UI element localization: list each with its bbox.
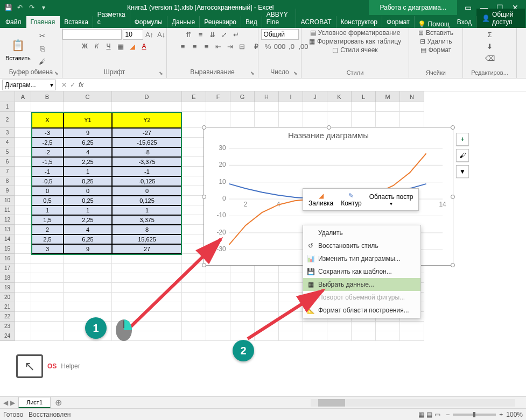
cell[interactable]: [112, 293, 182, 302]
tab-design[interactable]: Конструктор: [336, 16, 382, 28]
row-header[interactable]: 16: [0, 254, 15, 264]
cell[interactable]: [206, 112, 230, 128]
format-as-table[interactable]: ▦Форматировать как таблицу: [309, 38, 401, 45]
merge-icon[interactable]: ⊟: [237, 41, 248, 52]
cell[interactable]: 4: [64, 147, 112, 157]
zoom-out-icon[interactable]: −: [446, 411, 450, 418]
cell[interactable]: 1,5: [31, 215, 64, 225]
cell[interactable]: -0,125: [112, 176, 182, 186]
cell[interactable]: [206, 283, 230, 293]
tab-view[interactable]: Вид: [241, 16, 262, 28]
cell[interactable]: [255, 312, 279, 322]
cell[interactable]: [15, 205, 31, 215]
cell[interactable]: [352, 331, 376, 341]
cell[interactable]: 0: [31, 186, 64, 196]
cell[interactable]: [230, 322, 255, 331]
row-header[interactable]: 1: [0, 102, 15, 112]
cell[interactable]: [31, 283, 64, 293]
cell[interactable]: [376, 322, 400, 331]
cell[interactable]: 3,375: [112, 215, 182, 225]
col-header[interactable]: F: [206, 91, 230, 102]
cell[interactable]: [255, 273, 279, 283]
cell[interactable]: -1,5: [31, 157, 64, 167]
cell[interactable]: [112, 273, 182, 283]
cell[interactable]: [182, 312, 206, 322]
select-all-corner[interactable]: [0, 91, 15, 102]
insert-cells[interactable]: ⊞Вставить: [418, 29, 453, 37]
cell[interactable]: Y1: [64, 112, 112, 128]
cell[interactable]: 1: [64, 167, 112, 176]
autosum-icon[interactable]: Σ: [485, 29, 495, 40]
cell[interactable]: [112, 102, 182, 112]
cell[interactable]: [15, 215, 31, 225]
percent-icon[interactable]: %: [263, 41, 273, 52]
cell[interactable]: [15, 196, 31, 205]
cell[interactable]: [31, 302, 64, 312]
border-icon[interactable]: ▦: [115, 41, 126, 52]
row-header[interactable]: 23: [0, 322, 15, 331]
cell[interactable]: [206, 293, 230, 302]
row-header[interactable]: 8: [0, 176, 15, 186]
cell[interactable]: [182, 102, 206, 112]
cell[interactable]: 9: [64, 244, 112, 254]
row-header[interactable]: 10: [0, 196, 15, 205]
page-layout-icon[interactable]: ▤: [426, 411, 432, 418]
font-name-combo[interactable]: [62, 29, 122, 40]
col-header[interactable]: L: [352, 91, 376, 102]
cell[interactable]: 9: [64, 128, 112, 138]
name-box[interactable]: Диаграм...▾: [2, 80, 56, 90]
cell[interactable]: [15, 264, 31, 273]
tab-layout[interactable]: Разметка с: [93, 9, 130, 28]
tell-me[interactable]: 💡Помощ: [415, 20, 453, 28]
cell[interactable]: 2,5: [31, 234, 64, 244]
font-size-combo[interactable]: 10: [123, 29, 143, 40]
cell[interactable]: -2,5: [31, 138, 64, 147]
launcher-icon[interactable]: ⬊: [54, 70, 59, 76]
cell[interactable]: [15, 167, 31, 176]
cell[interactable]: -1: [31, 167, 64, 176]
cell[interactable]: [327, 102, 352, 112]
align-middle-icon[interactable]: ≡: [195, 29, 206, 40]
align-top-icon[interactable]: ⇈: [184, 29, 194, 40]
cell[interactable]: [31, 273, 64, 283]
cell[interactable]: [352, 102, 376, 112]
row-header[interactable]: 14: [0, 234, 15, 244]
cell[interactable]: 0,125: [112, 196, 182, 205]
cell[interactable]: [31, 264, 64, 273]
cell[interactable]: [31, 102, 64, 112]
cm-delete[interactable]: Удалить: [303, 226, 420, 239]
cell[interactable]: [327, 112, 352, 128]
align-center-icon[interactable]: ≡: [190, 41, 200, 52]
cell[interactable]: [279, 322, 303, 331]
cell[interactable]: 0,5: [31, 196, 64, 205]
cell[interactable]: [279, 331, 303, 341]
number-format-combo[interactable]: Общий: [261, 29, 299, 40]
cell[interactable]: [15, 112, 31, 128]
cell[interactable]: [400, 331, 424, 341]
cell[interactable]: [182, 283, 206, 293]
row-header[interactable]: 17: [0, 264, 15, 273]
row-header[interactable]: 21: [0, 302, 15, 312]
cell[interactable]: [206, 273, 230, 283]
cell[interactable]: [255, 331, 279, 341]
cell[interactable]: 1: [64, 205, 112, 215]
cell[interactable]: [255, 102, 279, 112]
row-header[interactable]: 5: [0, 147, 15, 157]
cell[interactable]: [15, 331, 31, 341]
cell[interactable]: -3,375: [112, 157, 182, 167]
share-button[interactable]: 👤Общий доступ: [476, 9, 525, 28]
cell[interactable]: [206, 322, 230, 331]
cell[interactable]: 0: [64, 186, 112, 196]
cell[interactable]: [376, 102, 400, 112]
decrease-font-icon[interactable]: A↓: [156, 29, 167, 40]
cell[interactable]: [182, 244, 206, 254]
cm-select-data[interactable]: ▦Выбрать данные...: [303, 278, 420, 291]
conditional-formatting[interactable]: ▤Условное форматирование: [310, 29, 401, 37]
cell[interactable]: [352, 322, 376, 331]
cell[interactable]: [64, 283, 112, 293]
cell[interactable]: [15, 254, 31, 264]
zoom-slider[interactable]: [453, 414, 496, 416]
mini-outline[interactable]: ✎Контур: [338, 191, 364, 208]
cell[interactable]: [182, 176, 206, 186]
orientation-icon[interactable]: ⤢: [219, 29, 230, 40]
